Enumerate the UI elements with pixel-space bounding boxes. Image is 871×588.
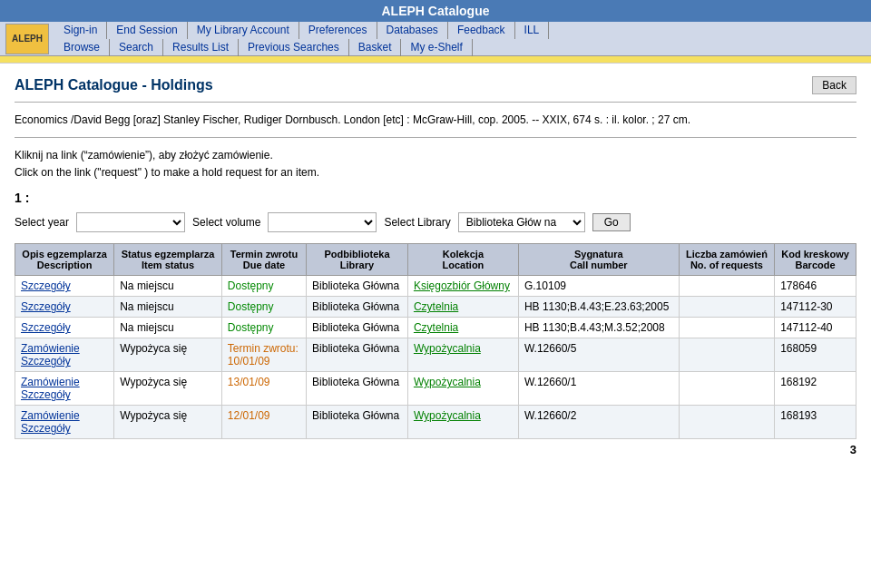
- cell-status: Na miejscu: [114, 297, 222, 318]
- cell-requests: [679, 318, 774, 338]
- cell-description: Szczegóły: [15, 318, 114, 338]
- col-requests: Liczba zamówieńNo. of requests: [679, 244, 774, 276]
- accent-bar: [0, 56, 871, 64]
- cell-barcode: 168059: [775, 338, 856, 372]
- logo-area: ALEPH: [5, 24, 49, 54]
- nav-preferences[interactable]: Preferences: [299, 22, 377, 39]
- nav-signin[interactable]: Sign-in: [58, 22, 107, 39]
- nav-row-1: Sign-inEnd SessionMy Library AccountPref…: [58, 22, 866, 39]
- cell-requests: [679, 297, 774, 318]
- link-szczegoly[interactable]: Szczegóły: [21, 321, 71, 334]
- cell-due-date: Dostępny: [221, 297, 306, 318]
- link-szczegoly[interactable]: Szczegóły: [21, 300, 71, 313]
- table-row: ZamówienieSzczegółyWypożyca się13/01/09B…: [15, 372, 856, 406]
- page-title: ALEPH Catalogue - Holdings: [15, 77, 213, 93]
- select-library-dropdown[interactable]: Biblioteka Głów na: [458, 212, 585, 232]
- cell-location: Wypożycalnia: [407, 338, 518, 372]
- col-barcode: Kod kreskowyBarcode: [775, 244, 856, 276]
- cell-library: Biblioteka Główna: [307, 406, 408, 439]
- cell-due-date: Termin zwrotu:10/01/09: [221, 338, 306, 372]
- cell-description: ZamówienieSzczegóły: [15, 372, 114, 406]
- link-zamowienie[interactable]: Zamówienie: [21, 376, 80, 388]
- select-year-label: Select year: [15, 216, 69, 229]
- col-due-date: Termin zwrotuDue date: [221, 244, 306, 276]
- cell-status: Na miejscu: [114, 318, 222, 338]
- cell-library: Biblioteka Główna: [307, 276, 408, 297]
- link-szczegoly[interactable]: Szczegóły: [21, 355, 71, 368]
- cell-location: Czytelnia: [407, 318, 518, 338]
- cell-library: Biblioteka Główna: [307, 318, 408, 338]
- nav-end-session[interactable]: End Session: [107, 22, 187, 39]
- nav-row-2: BrowseSearchResults ListPrevious Searche…: [58, 39, 866, 56]
- nav-my-library-account[interactable]: My Library Account: [188, 22, 299, 39]
- nav-databases[interactable]: Databases: [377, 22, 448, 39]
- link-szczegoly[interactable]: Szczegóły: [21, 279, 71, 292]
- nav-browse[interactable]: Browse: [58, 39, 110, 56]
- col-description: Opis egzemplarzaDescription: [15, 244, 114, 276]
- cell-status: Wypożyca się: [114, 338, 222, 372]
- table-row: SzczegółyNa miejscuDostępnyBiblioteka Gł…: [15, 276, 856, 297]
- cell-due-date: Dostępny: [221, 318, 306, 338]
- link-szczegoly[interactable]: Szczegóły: [21, 422, 71, 435]
- nav-feedback[interactable]: Feedback: [448, 22, 515, 39]
- divider-mid: [15, 137, 856, 138]
- nav-my-eshelf[interactable]: My e-Shelf: [401, 39, 472, 56]
- nav-search[interactable]: Search: [110, 39, 163, 56]
- select-library-label: Select Library: [384, 216, 450, 229]
- cell-barcode: 147112-40: [775, 318, 856, 338]
- nav-results-list[interactable]: Results List: [163, 39, 239, 56]
- link-location[interactable]: Księgozbiór Główny: [414, 279, 510, 292]
- link-location[interactable]: Czytelnia: [414, 321, 458, 334]
- cell-status: Wypożyca się: [114, 372, 222, 406]
- instruction-line1: Kliknij na link (“zamówienie”), aby złoż…: [15, 147, 856, 164]
- cell-call-number: G.10109: [518, 276, 679, 297]
- cell-call-number: W.12660/2: [518, 406, 679, 439]
- select-row: Select year Select volume Select Library…: [15, 212, 856, 232]
- cell-due-date: Dostępny: [221, 276, 306, 297]
- cell-library: Biblioteka Główna: [307, 297, 408, 318]
- nav-ill[interactable]: ILL: [515, 22, 550, 39]
- book-info-line1: Economics /David Begg [oraz] Stanley Fis…: [15, 113, 690, 126]
- col-status: Status egzemplarzaItem status: [114, 244, 222, 276]
- cell-requests: [679, 276, 774, 297]
- page-title-row: ALEPH Catalogue - Holdings Back: [15, 76, 856, 94]
- link-location[interactable]: Czytelnia: [414, 300, 458, 313]
- table-row: ZamówienieSzczegółyWypożyca się12/01/09B…: [15, 406, 856, 439]
- select-volume-label: Select volume: [192, 216, 260, 229]
- cell-barcode: 168192: [775, 372, 856, 406]
- cell-barcode: 178646: [775, 276, 856, 297]
- cell-call-number: HB 1130;B.4.43;E.23.63;2005: [518, 297, 679, 318]
- cell-due-date: 13/01/09: [221, 372, 306, 406]
- link-szczegoly[interactable]: Szczegóły: [21, 388, 71, 401]
- link-zamowienie[interactable]: Zamówienie: [21, 342, 80, 355]
- col-call-number: SygnaturaCall number: [518, 244, 679, 276]
- nav-previous-searches[interactable]: Previous Searches: [239, 39, 349, 56]
- go-button[interactable]: Go: [592, 213, 631, 231]
- link-location[interactable]: Wypożycalnia: [414, 409, 481, 422]
- cell-barcode: 168193: [775, 406, 856, 439]
- cell-status: Na miejscu: [114, 276, 222, 297]
- nav-basket[interactable]: Basket: [349, 39, 402, 56]
- cell-description: Szczegóły: [15, 297, 114, 318]
- header-title-bar: ALEPH Catalogue: [0, 0, 871, 22]
- cell-call-number: HB 1130;B.4.43;M.3.52;2008: [518, 318, 679, 338]
- holdings-table: Opis egzemplarzaDescription Status egzem…: [15, 243, 856, 439]
- nav-bar: ALEPH Sign-inEnd SessionMy Library Accou…: [0, 22, 871, 56]
- cell-description: Szczegóły: [15, 276, 114, 297]
- select-year-dropdown[interactable]: [76, 212, 185, 232]
- instruction-line2: Click on the link ("request" ) to make a…: [15, 164, 856, 181]
- holdings-tbody: SzczegółyNa miejscuDostępnyBiblioteka Gł…: [15, 276, 856, 439]
- cell-library: Biblioteka Główna: [307, 372, 408, 406]
- link-zamowienie[interactable]: Zamówienie: [21, 409, 80, 422]
- back-button[interactable]: Back: [812, 76, 856, 94]
- select-volume-dropdown[interactable]: [268, 212, 377, 232]
- cell-requests: [679, 372, 774, 406]
- cell-location: Wypożycalnia: [407, 406, 518, 439]
- app-title: ALEPH Catalogue: [381, 4, 489, 18]
- link-location[interactable]: Wypożycalnia: [414, 342, 481, 355]
- cell-location: Wypożycalnia: [407, 372, 518, 406]
- divider-top: [15, 102, 856, 103]
- item-number: 1 :: [15, 191, 856, 205]
- cell-call-number: W.12660/1: [518, 372, 679, 406]
- link-location[interactable]: Wypożycalnia: [414, 376, 481, 388]
